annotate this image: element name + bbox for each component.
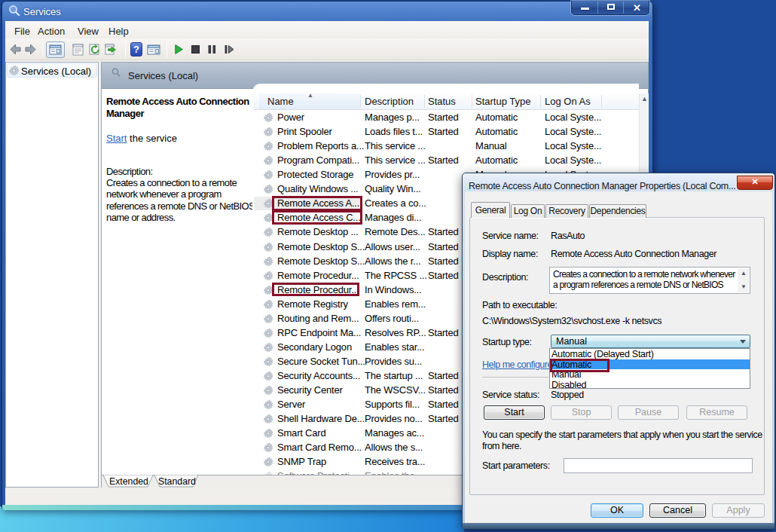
svg-text:Standard: Standard xyxy=(158,476,196,487)
svg-text:Extended: Extended xyxy=(109,476,148,487)
